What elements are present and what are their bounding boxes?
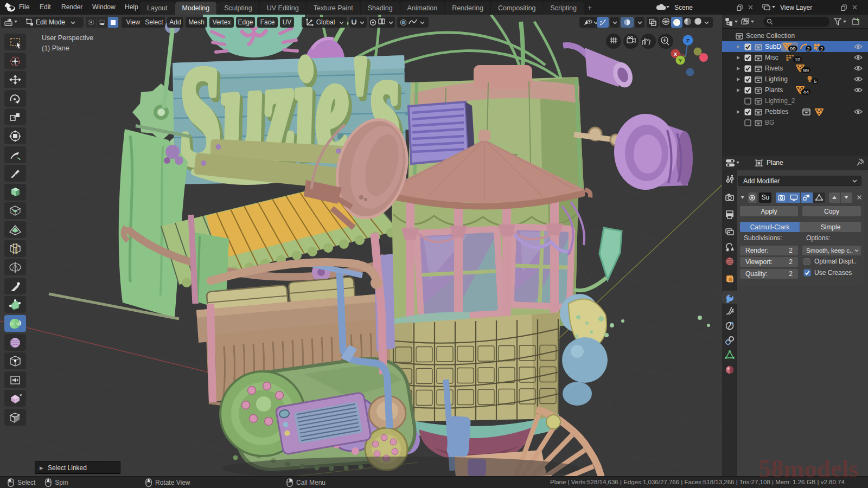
svg-text:Z: Z — [686, 37, 690, 43]
svg-text:Y: Y — [679, 58, 682, 63]
svg-text:X: X — [674, 52, 677, 57]
